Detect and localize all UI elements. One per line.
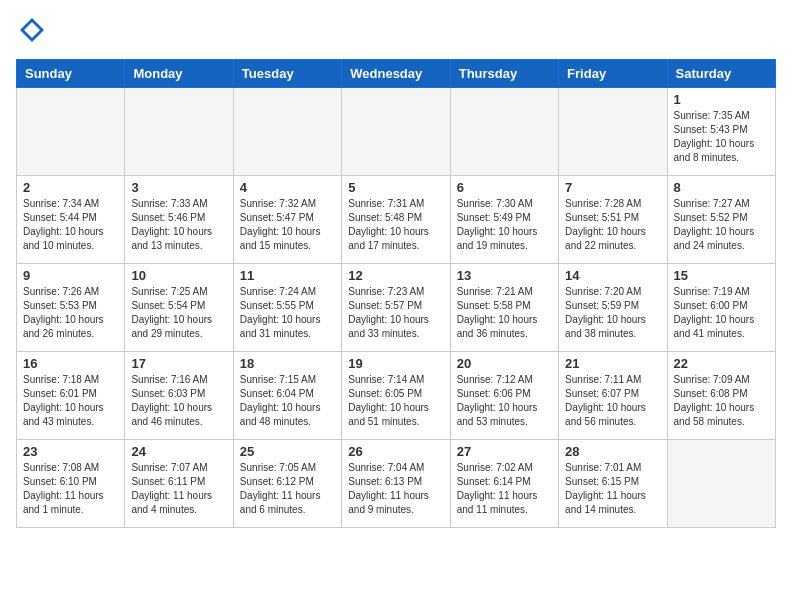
day-info: Sunrise: 7:04 AM Sunset: 6:13 PM Dayligh… bbox=[348, 461, 443, 517]
calendar-cell bbox=[342, 88, 450, 176]
day-number: 13 bbox=[457, 268, 552, 283]
day-number: 18 bbox=[240, 356, 335, 371]
day-info: Sunrise: 7:30 AM Sunset: 5:49 PM Dayligh… bbox=[457, 197, 552, 253]
day-info: Sunrise: 7:25 AM Sunset: 5:54 PM Dayligh… bbox=[131, 285, 226, 341]
day-info: Sunrise: 7:02 AM Sunset: 6:14 PM Dayligh… bbox=[457, 461, 552, 517]
calendar-cell bbox=[667, 440, 775, 528]
day-number: 14 bbox=[565, 268, 660, 283]
week-row-4: 16Sunrise: 7:18 AM Sunset: 6:01 PM Dayli… bbox=[17, 352, 776, 440]
day-info: Sunrise: 7:14 AM Sunset: 6:05 PM Dayligh… bbox=[348, 373, 443, 429]
day-number: 27 bbox=[457, 444, 552, 459]
day-info: Sunrise: 7:32 AM Sunset: 5:47 PM Dayligh… bbox=[240, 197, 335, 253]
calendar-cell: 20Sunrise: 7:12 AM Sunset: 6:06 PM Dayli… bbox=[450, 352, 558, 440]
day-number: 24 bbox=[131, 444, 226, 459]
calendar-cell: 6Sunrise: 7:30 AM Sunset: 5:49 PM Daylig… bbox=[450, 176, 558, 264]
day-number: 12 bbox=[348, 268, 443, 283]
day-info: Sunrise: 7:34 AM Sunset: 5:44 PM Dayligh… bbox=[23, 197, 118, 253]
calendar-cell: 21Sunrise: 7:11 AM Sunset: 6:07 PM Dayli… bbox=[559, 352, 667, 440]
day-number: 21 bbox=[565, 356, 660, 371]
calendar-cell bbox=[450, 88, 558, 176]
day-info: Sunrise: 7:26 AM Sunset: 5:53 PM Dayligh… bbox=[23, 285, 118, 341]
calendar-cell: 14Sunrise: 7:20 AM Sunset: 5:59 PM Dayli… bbox=[559, 264, 667, 352]
calendar-cell: 16Sunrise: 7:18 AM Sunset: 6:01 PM Dayli… bbox=[17, 352, 125, 440]
column-header-sunday: Sunday bbox=[17, 60, 125, 88]
day-info: Sunrise: 7:18 AM Sunset: 6:01 PM Dayligh… bbox=[23, 373, 118, 429]
day-info: Sunrise: 7:01 AM Sunset: 6:15 PM Dayligh… bbox=[565, 461, 660, 517]
day-number: 15 bbox=[674, 268, 769, 283]
day-info: Sunrise: 7:35 AM Sunset: 5:43 PM Dayligh… bbox=[674, 109, 769, 165]
calendar-cell: 13Sunrise: 7:21 AM Sunset: 5:58 PM Dayli… bbox=[450, 264, 558, 352]
day-number: 6 bbox=[457, 180, 552, 195]
calendar-cell: 11Sunrise: 7:24 AM Sunset: 5:55 PM Dayli… bbox=[233, 264, 341, 352]
day-number: 8 bbox=[674, 180, 769, 195]
calendar-cell: 23Sunrise: 7:08 AM Sunset: 6:10 PM Dayli… bbox=[17, 440, 125, 528]
day-info: Sunrise: 7:11 AM Sunset: 6:07 PM Dayligh… bbox=[565, 373, 660, 429]
calendar-cell: 1Sunrise: 7:35 AM Sunset: 5:43 PM Daylig… bbox=[667, 88, 775, 176]
calendar-cell: 5Sunrise: 7:31 AM Sunset: 5:48 PM Daylig… bbox=[342, 176, 450, 264]
column-header-saturday: Saturday bbox=[667, 60, 775, 88]
calendar-cell: 25Sunrise: 7:05 AM Sunset: 6:12 PM Dayli… bbox=[233, 440, 341, 528]
logo-icon bbox=[18, 16, 46, 44]
calendar-cell: 3Sunrise: 7:33 AM Sunset: 5:46 PM Daylig… bbox=[125, 176, 233, 264]
day-info: Sunrise: 7:23 AM Sunset: 5:57 PM Dayligh… bbox=[348, 285, 443, 341]
day-info: Sunrise: 7:16 AM Sunset: 6:03 PM Dayligh… bbox=[131, 373, 226, 429]
day-info: Sunrise: 7:15 AM Sunset: 6:04 PM Dayligh… bbox=[240, 373, 335, 429]
day-number: 4 bbox=[240, 180, 335, 195]
day-number: 17 bbox=[131, 356, 226, 371]
calendar-cell: 12Sunrise: 7:23 AM Sunset: 5:57 PM Dayli… bbox=[342, 264, 450, 352]
calendar-cell: 15Sunrise: 7:19 AM Sunset: 6:00 PM Dayli… bbox=[667, 264, 775, 352]
column-header-monday: Monday bbox=[125, 60, 233, 88]
day-number: 3 bbox=[131, 180, 226, 195]
day-number: 9 bbox=[23, 268, 118, 283]
page-header bbox=[16, 16, 776, 49]
day-number: 19 bbox=[348, 356, 443, 371]
logo bbox=[16, 16, 46, 49]
calendar-table: SundayMondayTuesdayWednesdayThursdayFrid… bbox=[16, 59, 776, 528]
day-number: 5 bbox=[348, 180, 443, 195]
week-row-2: 2Sunrise: 7:34 AM Sunset: 5:44 PM Daylig… bbox=[17, 176, 776, 264]
column-header-wednesday: Wednesday bbox=[342, 60, 450, 88]
calendar-cell: 4Sunrise: 7:32 AM Sunset: 5:47 PM Daylig… bbox=[233, 176, 341, 264]
day-info: Sunrise: 7:27 AM Sunset: 5:52 PM Dayligh… bbox=[674, 197, 769, 253]
day-info: Sunrise: 7:20 AM Sunset: 5:59 PM Dayligh… bbox=[565, 285, 660, 341]
calendar-cell: 10Sunrise: 7:25 AM Sunset: 5:54 PM Dayli… bbox=[125, 264, 233, 352]
column-header-thursday: Thursday bbox=[450, 60, 558, 88]
calendar-cell: 9Sunrise: 7:26 AM Sunset: 5:53 PM Daylig… bbox=[17, 264, 125, 352]
day-info: Sunrise: 7:28 AM Sunset: 5:51 PM Dayligh… bbox=[565, 197, 660, 253]
calendar-cell: 22Sunrise: 7:09 AM Sunset: 6:08 PM Dayli… bbox=[667, 352, 775, 440]
day-info: Sunrise: 7:33 AM Sunset: 5:46 PM Dayligh… bbox=[131, 197, 226, 253]
day-number: 25 bbox=[240, 444, 335, 459]
day-number: 20 bbox=[457, 356, 552, 371]
calendar-cell bbox=[233, 88, 341, 176]
calendar-cell: 19Sunrise: 7:14 AM Sunset: 6:05 PM Dayli… bbox=[342, 352, 450, 440]
day-info: Sunrise: 7:08 AM Sunset: 6:10 PM Dayligh… bbox=[23, 461, 118, 517]
calendar-cell: 8Sunrise: 7:27 AM Sunset: 5:52 PM Daylig… bbox=[667, 176, 775, 264]
day-info: Sunrise: 7:21 AM Sunset: 5:58 PM Dayligh… bbox=[457, 285, 552, 341]
calendar-cell: 7Sunrise: 7:28 AM Sunset: 5:51 PM Daylig… bbox=[559, 176, 667, 264]
day-number: 10 bbox=[131, 268, 226, 283]
calendar-cell bbox=[559, 88, 667, 176]
column-header-friday: Friday bbox=[559, 60, 667, 88]
week-row-1: 1Sunrise: 7:35 AM Sunset: 5:43 PM Daylig… bbox=[17, 88, 776, 176]
day-number: 16 bbox=[23, 356, 118, 371]
day-info: Sunrise: 7:07 AM Sunset: 6:11 PM Dayligh… bbox=[131, 461, 226, 517]
day-info: Sunrise: 7:09 AM Sunset: 6:08 PM Dayligh… bbox=[674, 373, 769, 429]
calendar-cell: 28Sunrise: 7:01 AM Sunset: 6:15 PM Dayli… bbox=[559, 440, 667, 528]
column-header-tuesday: Tuesday bbox=[233, 60, 341, 88]
day-number: 7 bbox=[565, 180, 660, 195]
calendar-header-row: SundayMondayTuesdayWednesdayThursdayFrid… bbox=[17, 60, 776, 88]
calendar-cell bbox=[125, 88, 233, 176]
day-number: 23 bbox=[23, 444, 118, 459]
week-row-5: 23Sunrise: 7:08 AM Sunset: 6:10 PM Dayli… bbox=[17, 440, 776, 528]
calendar-cell: 26Sunrise: 7:04 AM Sunset: 6:13 PM Dayli… bbox=[342, 440, 450, 528]
day-info: Sunrise: 7:05 AM Sunset: 6:12 PM Dayligh… bbox=[240, 461, 335, 517]
day-number: 26 bbox=[348, 444, 443, 459]
calendar-cell: 18Sunrise: 7:15 AM Sunset: 6:04 PM Dayli… bbox=[233, 352, 341, 440]
calendar-cell: 27Sunrise: 7:02 AM Sunset: 6:14 PM Dayli… bbox=[450, 440, 558, 528]
day-info: Sunrise: 7:24 AM Sunset: 5:55 PM Dayligh… bbox=[240, 285, 335, 341]
day-number: 2 bbox=[23, 180, 118, 195]
day-number: 22 bbox=[674, 356, 769, 371]
calendar-cell: 24Sunrise: 7:07 AM Sunset: 6:11 PM Dayli… bbox=[125, 440, 233, 528]
day-number: 1 bbox=[674, 92, 769, 107]
calendar-cell: 17Sunrise: 7:16 AM Sunset: 6:03 PM Dayli… bbox=[125, 352, 233, 440]
